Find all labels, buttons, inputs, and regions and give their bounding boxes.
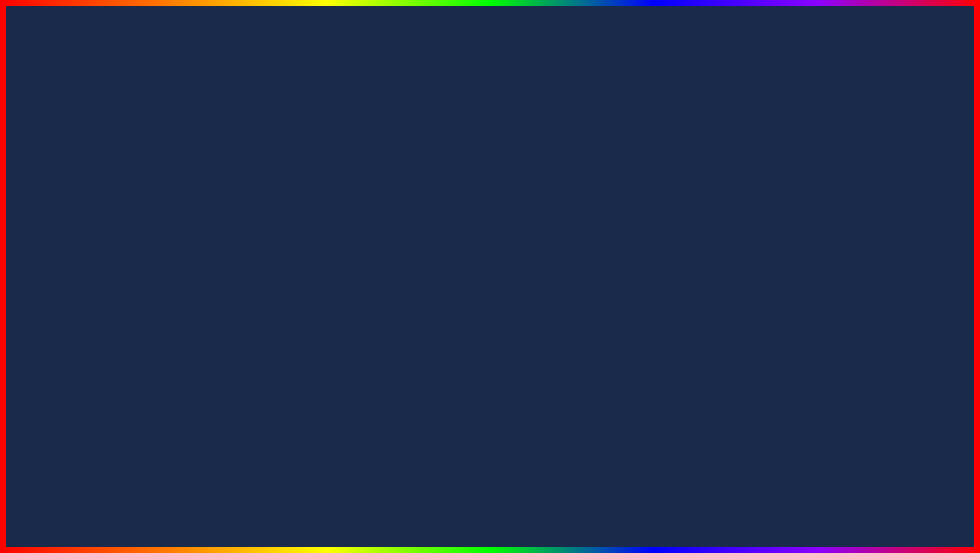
right-race-icon: »: [692, 196, 695, 203]
item-name-0: KitsuneRibbon: [41, 206, 93, 221]
farming-label: Farming: [128, 196, 273, 202]
bl-text: BL: [889, 470, 913, 488]
auto-farm-level-row[interactable]: Auto Farm Level: [128, 227, 273, 239]
window-left: Apple Hub By Nguyen Tien — ☐ ✕ ⭐ Tab Sta…: [66, 157, 279, 350]
window-right-title: Apple Hub By Nguyen Tien: [692, 161, 765, 168]
window-left-titlebar: Apple Hub By Nguyen Tien — ☐ ✕: [67, 158, 279, 171]
window-right-sidebar: ⭐ Tab Stats » Tab Race V4 ≈ Tab Sea Even…: [687, 172, 753, 347]
auto-elite-hunter-label: Auto Elite Hunter: [758, 198, 807, 205]
right-tab-main-title: ab Main: [758, 177, 903, 190]
right-sidebar-sea-event[interactable]: ≈ Tab Sea Event: [687, 208, 752, 223]
minimize-button[interactable]: —: [246, 161, 253, 168]
fruits-text: FRUITS: [874, 489, 939, 507]
right-dungeon-icon: ✕: [692, 274, 697, 282]
window-left-main: Tab Main Farming Auto Farm Level, Item, …: [122, 171, 279, 347]
tab-race-badge: Tab Race: [626, 274, 679, 290]
right-devil-fruit-icon: 🍎: [692, 259, 700, 266]
tween-mirage-label: Tween To Mirage Island: [758, 287, 826, 294]
right-sidebar-teleport-label: Tab Teleport: [700, 244, 730, 250]
right-sidebar-devil-fruit-label: Tab Devil Fruit: [702, 260, 738, 266]
auto-press-w-label: Auto Press W: [758, 248, 797, 255]
right-player-icon: 👤: [692, 227, 700, 235]
right-sidebar-player[interactable]: 👤 Tab Player: [687, 223, 752, 239]
mastery-farm-sub: Auto Farm Your Maste...: [128, 262, 273, 268]
item-card-1: Material x2 🔵 AzureEmber: [37, 229, 97, 291]
sidebar-shop-label: Tab Shop: [82, 291, 106, 297]
auto-near-mob-label: Auto Near Mob: [133, 244, 170, 250]
right-shop-icon: 🛒: [692, 290, 700, 298]
farm-mode-label: Farm Mode: [133, 275, 161, 281]
right-close-button[interactable]: ✕: [896, 161, 903, 168]
item-card-0: Accessory 🎀 KitsuneRibbon: [37, 162, 97, 225]
free-badge: FREE NO KEY !!: [410, 142, 546, 212]
weapon-select-value: Melee: [226, 215, 242, 221]
item-name-1: AzureEmber: [41, 273, 93, 287]
farming-sub: Auto Farm Level, Item, Bone,....: [128, 203, 273, 209]
right-sidebar-race-label: Tab Race V4: [698, 197, 730, 203]
right-sidebar-shop-label: Tab Shop: [702, 291, 726, 297]
auto-near-mob-row[interactable]: Auto Near Mob: [128, 241, 273, 253]
right-sidebar-teleport[interactable]: ✈ Tab Teleport: [687, 239, 752, 255]
right-maximize-button[interactable]: ☐: [886, 161, 893, 168]
items-panel: Accessory 🎀 KitsuneRibbon Material x2 🔵 …: [37, 162, 97, 291]
right-sidebar-shop[interactable]: 🛒 Tab Shop: [687, 286, 752, 302]
select-weapon-label: Select Weapon: [128, 215, 166, 221]
right-sidebar-race[interactable]: » Tab Race V4: [687, 192, 752, 208]
tab-race-label: Tab Race: [632, 276, 672, 287]
item-icon-1: 🔵: [52, 243, 82, 273]
bottom-container: UPD KITSUNE SCRIPT PASTEBIN: [0, 494, 980, 539]
right-sidebar-player-label: Tab Player: [702, 228, 729, 234]
title-container: BLOX FRUITS: [0, 9, 980, 88]
window-right-content: ⭐ Tab Stats » Tab Race V4 ≈ Tab Sea Even…: [687, 172, 908, 347]
item-icon-0: 🎀: [52, 176, 82, 206]
creature-decoration: 🫐: [372, 379, 486, 487]
right-sidebar-sea-event-label: Tab Sea Event: [698, 213, 734, 219]
window-right: Apple Hub By Nguyen Tien — ☐ ✕ ⭐ Tab Sta…: [685, 157, 909, 350]
auto-elite-hunter-toggle[interactable]: [885, 197, 903, 206]
tween-mirage-toggle[interactable]: [885, 286, 903, 295]
item-badge-0: Accessory: [53, 168, 81, 175]
auto-press-w-toggle[interactable]: [885, 247, 903, 256]
sea-beast-title: Sea Beast: [758, 211, 903, 218]
right-sidebar-stats[interactable]: ⭐ Tab Stats: [687, 176, 752, 192]
tween-mirage-row: Tween To Mirage Island: [758, 284, 903, 297]
window-left-content: ⭐ Tab Stats » Tab Race V4 ≈ Tab Sea Even…: [67, 171, 279, 347]
auto-sea-beast-row: Auto Sea Beast: [758, 229, 903, 243]
mirage-island-sub: Auto Mirage Island: [758, 273, 903, 279]
select-weapon-row: Select Weapon Melee ▼: [128, 213, 273, 223]
maximize-button[interactable]: ☐: [256, 161, 264, 168]
right-stats-icon: ⭐: [692, 180, 700, 188]
right-minimize-button[interactable]: —: [875, 161, 883, 168]
close-button[interactable]: ✕: [267, 161, 274, 168]
window-right-titlebar: Apple Hub By Nguyen Tien — ☐ ✕: [687, 158, 908, 172]
mirage-island-title: Mirage Island: [758, 265, 903, 272]
bottom-script: SCRIPT: [441, 494, 617, 539]
auto-sea-beast-label: Auto Sea Beast: [758, 232, 802, 239]
right-teleport-icon: ✈: [692, 243, 697, 251]
right-sidebar-devil-fruit[interactable]: 🍎 Tab Devil Fruit: [687, 255, 752, 270]
weapon-select[interactable]: Melee ▼: [222, 213, 273, 223]
blox-logo-text: BLX FRUITS: [874, 470, 939, 507]
window-right-controls: — ☐ ✕: [875, 161, 903, 168]
auto-farm-level-label: Auto Farm Level: [133, 230, 174, 236]
chevron-down-icon: ▼: [263, 215, 268, 221]
right-sidebar-dungeon[interactable]: ✕ Tab Dungeon: [687, 270, 752, 286]
sea-beast-block: Sea Beast Auto Kill Sea Beast: [758, 211, 903, 224]
auto-press-w-row: Auto Press W: [758, 245, 903, 259]
skull-icon: 💀: [874, 440, 939, 470]
farm-mode-row[interactable]: Farm Mode: [128, 272, 273, 284]
tab-main-title: Tab Main: [128, 178, 273, 191]
right-sidebar-stats-label: Tab Stats: [702, 181, 726, 187]
right-sidebar-dungeon-label: Tab Dungeon: [700, 275, 733, 282]
auto-sea-beast-toggle[interactable]: [885, 231, 903, 240]
sea-beast-sub: Auto Kill Sea Beast: [758, 219, 903, 224]
mastery-farm-label: Mastery Farm: [128, 255, 273, 261]
blox-fruits-logo: 💀 BLX FRUITS: [874, 440, 939, 507]
auto-elite-hunter-row: Auto Elite Hunter: [758, 195, 903, 209]
bottom-kitsune: KITSUNE: [224, 494, 435, 539]
window-right-main: ab Main Auto Elite Hunter Sea Beast Auto…: [753, 172, 908, 347]
main-title: BLOX FRUITS: [0, 9, 980, 88]
bottom-pastebin: PASTEBIN: [623, 494, 862, 539]
mirage-island-block: Mirage Island Auto Mirage Island: [758, 265, 903, 279]
x-text: X: [913, 470, 925, 488]
